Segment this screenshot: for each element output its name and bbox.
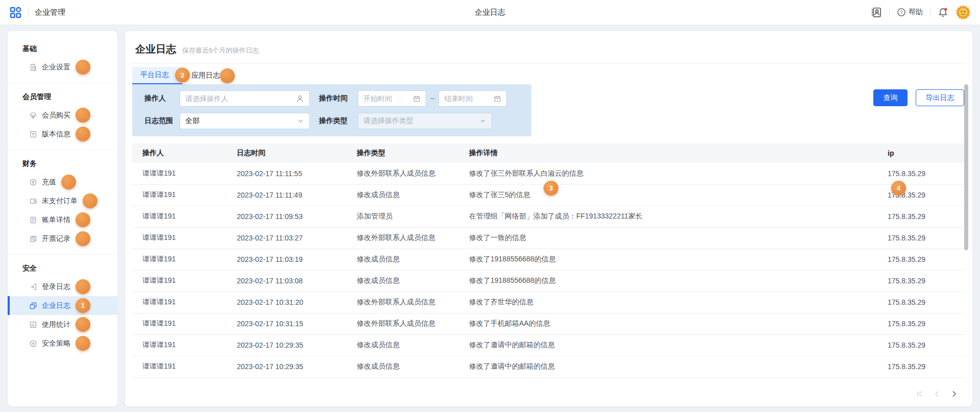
table-cell: 2023-02-17 11:11:49 bbox=[227, 184, 347, 206]
annotation-badge bbox=[76, 279, 90, 294]
table-row: 谭谭谭1912023-02-17 10:29:35修改成员信息修改了邀请中的邮箱… bbox=[132, 356, 965, 377]
table-cell: 修改成员信息 bbox=[347, 334, 459, 356]
topbar-divider bbox=[930, 8, 930, 17]
query-button[interactable]: 查询 bbox=[873, 89, 908, 106]
table-cell: 2023-02-17 10:29:35 bbox=[227, 356, 347, 377]
sidebar-item[interactable]: 安全策略 bbox=[8, 334, 117, 353]
scope-select-value: 全部 bbox=[185, 116, 294, 126]
column-header: ip bbox=[877, 143, 965, 163]
end-date-input[interactable] bbox=[444, 94, 491, 103]
column-header: 日志时间 bbox=[227, 143, 347, 163]
sidebar-item-label: 版本信息 bbox=[42, 130, 70, 139]
page-scrollbar[interactable] bbox=[964, 84, 968, 250]
table-row: 谭谭谭1912023-02-17 10:31:15修改外部联系人成员信息修改了手… bbox=[132, 313, 965, 334]
first-page-button[interactable] bbox=[913, 388, 925, 400]
table-cell: 修改了张三5的信息 bbox=[459, 184, 877, 206]
table-cell: 2023-02-17 11:11:55 bbox=[227, 163, 347, 184]
table-row: 谭谭谭1912023-02-17 11:09:53添加管理员在管理组「网络部」添… bbox=[132, 206, 965, 227]
sidebar-nav: 基础 企业设置 会员管理 会员购买 版本信息 财务 充值 未支付订单 账单详情 bbox=[8, 35, 117, 357]
table-cell: 175.8.35.29 bbox=[877, 292, 965, 313]
table-cell: 修改成员信息 bbox=[347, 270, 459, 292]
sidebar-item-label: 企业日志 bbox=[42, 301, 70, 310]
copy-icon bbox=[29, 302, 37, 310]
table-cell: 2023-02-17 11:03:19 bbox=[227, 249, 347, 270]
annotation-badge bbox=[83, 193, 97, 208]
sidebar-item-label: 账单详情 bbox=[42, 215, 70, 225]
annotation-badge bbox=[76, 336, 90, 351]
table-cell: 2023-02-17 10:31:20 bbox=[227, 292, 347, 313]
sidebar-section: 会员管理 会员购买 版本信息 bbox=[8, 83, 117, 148]
sidebar-item[interactable]: 开票记录 bbox=[8, 229, 117, 248]
app-title: 企业管理 bbox=[35, 8, 65, 17]
table-cell: 修改成员信息 bbox=[347, 356, 459, 377]
operator-select[interactable] bbox=[180, 90, 310, 107]
sidebar-item[interactable]: 版本信息 bbox=[8, 125, 117, 143]
sidebar-item-label: 未支付订单 bbox=[42, 197, 78, 206]
sidebar-item[interactable]: 账单详情 bbox=[8, 210, 117, 229]
sidebar: 基础 企业设置 会员管理 会员购买 版本信息 财务 充值 未支付订单 账单详情 bbox=[8, 31, 117, 406]
annotation-badge bbox=[220, 68, 235, 83]
annotation-badge-4: 4 bbox=[891, 181, 906, 196]
table-cell: 修改成员信息 bbox=[347, 184, 459, 206]
sidebar-item-label: 企业设置 bbox=[42, 63, 70, 72]
sidebar-item[interactable]: 登录日志 bbox=[8, 277, 117, 296]
sidebar-item[interactable]: 充值 bbox=[8, 173, 117, 191]
table-cell: 175.8.35.29 bbox=[877, 270, 965, 292]
help-button[interactable]: ? 帮助 bbox=[897, 8, 923, 17]
chevron-down-icon bbox=[479, 117, 486, 125]
calendar-icon: 7 bbox=[494, 95, 501, 103]
annotation-badge: 1 bbox=[76, 298, 90, 313]
prev-page-button[interactable] bbox=[930, 388, 943, 400]
table-cell: 175.8.35.29 bbox=[877, 249, 965, 270]
scope-label: 日志范围 bbox=[144, 116, 175, 126]
column-header: 操作详情 bbox=[459, 143, 877, 163]
app-grid-icon[interactable] bbox=[9, 6, 22, 19]
table-row: 谭谭谭1912023-02-17 11:03:08修改成员信息修改了191885… bbox=[132, 270, 965, 292]
tab[interactable]: 应用日志 bbox=[182, 67, 244, 84]
sidebar-item[interactable]: 会员购买 bbox=[8, 106, 117, 125]
contact-book-icon[interactable] bbox=[871, 7, 882, 18]
table-cell: 谭谭谭191 bbox=[132, 313, 227, 334]
table-cell: 谭谭谭191 bbox=[132, 163, 227, 184]
table-cell: 2023-02-17 11:03:08 bbox=[227, 270, 347, 292]
tab[interactable]: 平台日志 2 bbox=[132, 67, 182, 84]
table-cell: 修改外部联系人成员信息 bbox=[347, 227, 459, 249]
sidebar-item-label: 开票记录 bbox=[42, 234, 70, 244]
bar-chart-icon bbox=[29, 321, 37, 329]
annotation-badge bbox=[76, 60, 90, 75]
help-label: 帮助 bbox=[909, 8, 923, 17]
sidebar-item[interactable]: 企业设置 bbox=[8, 58, 117, 77]
table-cell: 修改了邀请中的邮箱的信息 bbox=[459, 356, 877, 377]
start-date-picker[interactable]: 7 bbox=[358, 90, 426, 107]
operator-input[interactable] bbox=[185, 94, 292, 103]
sidebar-item[interactable]: 未支付订单 bbox=[8, 191, 117, 210]
sidebar-section-title: 基础 bbox=[8, 38, 117, 58]
table-cell: 谭谭谭191 bbox=[132, 356, 227, 377]
table-cell: 2023-02-17 10:29:35 bbox=[227, 334, 347, 356]
export-logs-button[interactable]: 导出日志 bbox=[916, 89, 964, 106]
next-page-button[interactable] bbox=[948, 388, 960, 400]
notifications-bell-icon[interactable] bbox=[938, 7, 948, 18]
page-subtitle: 保存最近6个月的操作日志 bbox=[182, 46, 259, 55]
table-row: 谭谭谭1912023-02-17 11:03:27修改外部联系人成员信息修改了一… bbox=[132, 227, 965, 249]
scope-select[interactable]: 全部 bbox=[180, 113, 310, 129]
annotation-badge bbox=[76, 212, 90, 227]
table-cell: 修改了邀请中的邮箱的信息 bbox=[459, 334, 877, 356]
table-cell: 谭谭谭191 bbox=[132, 292, 227, 313]
end-date-picker[interactable]: 7 bbox=[438, 90, 507, 107]
table-cell: 谭谭谭191 bbox=[132, 184, 227, 206]
table-header-row: 操作人日志时间操作类型操作详情ip bbox=[132, 143, 965, 163]
sidebar-item-label: 会员购买 bbox=[42, 111, 70, 120]
type-select[interactable]: 请选择操作类型 bbox=[358, 113, 492, 129]
start-date-input[interactable] bbox=[363, 94, 410, 103]
table-cell: 2023-02-17 11:09:53 bbox=[227, 206, 347, 227]
user-avatar[interactable] bbox=[955, 5, 971, 20]
table-cell: 175.8.35.29 bbox=[877, 313, 965, 334]
annotation-badge bbox=[61, 175, 76, 189]
table-cell: 175.8.35.29 bbox=[877, 334, 965, 356]
sidebar-item[interactable]: 使用统计 bbox=[8, 315, 117, 334]
sidebar-item[interactable]: 企业日志 1 bbox=[8, 296, 117, 315]
building-doc-icon bbox=[29, 63, 37, 71]
log-table: 操作人日志时间操作类型操作详情ip 谭谭谭1912023-02-17 11:11… bbox=[132, 143, 965, 378]
sidebar-section-title: 财务 bbox=[8, 153, 117, 173]
